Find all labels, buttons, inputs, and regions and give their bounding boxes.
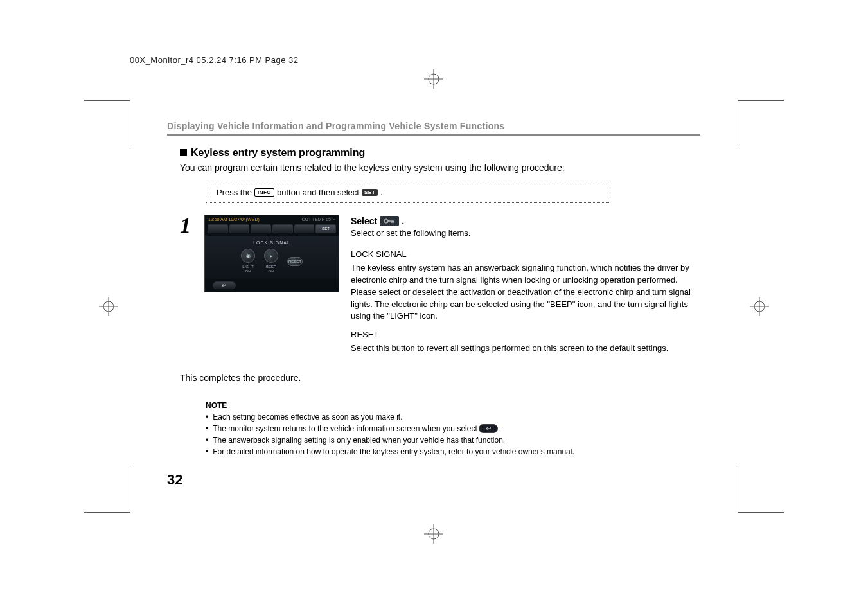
note-item: The answerback signaling setting is only… [206,436,700,445]
screen-tab-icon [294,224,315,233]
select-line: Select . [351,215,700,227]
info-button-icon: INFO [254,188,274,197]
beep-label: BEEPON [264,265,278,274]
instr-text: button and then select [277,188,359,197]
crop-mark [84,100,130,101]
screen-tab-set: SET [315,224,336,233]
section-header: Displaying Vehicle Information and Progr… [167,121,700,134]
sub-heading-text: Keyless entry system programming [191,147,365,158]
return-icon: ↩ [479,424,498,433]
page-content: Displaying Vehicle Information and Progr… [167,121,700,459]
note-text: . [499,424,501,433]
key-icon [380,216,399,226]
reset-title: RESET [351,329,700,341]
reset-control: RESET [287,257,303,266]
reset-body: Select this button to revert all setting… [351,342,700,355]
step-explanation: Select . Select or set the following ite… [351,215,700,355]
select-desc: Select or set the following items. [351,227,700,240]
light-label: LIGHTON [241,265,255,274]
set-button-icon: SET [362,189,378,196]
crop-mark [738,466,738,512]
screen-body-title: LOCK SIGNAL [209,240,335,245]
lock-signal-title: LOCK SIGNAL [351,249,700,261]
sub-heading: Keyless entry system programming [180,147,700,159]
crop-mark [738,100,784,101]
note-item: For detailed information on how to opera… [206,447,700,456]
screen-illustration: 12:50 AM 10/27/04(WED) OUT TEMP 65°F SET… [204,215,339,355]
crop-mark [738,100,738,146]
crop-mark [738,512,784,513]
page-number: 32 [167,472,182,488]
screen-time: 12:50 AM 10/27/04(WED) [208,217,260,222]
screen-tab-icon [229,224,250,233]
beep-control: ▸ BEEPON [264,249,278,274]
step-number: 1 [180,215,193,355]
select-label: Select [351,215,377,227]
registration-mark-icon [750,297,769,316]
print-header: 00X_Monitor_r4 05.2.24 7:16 PM Page 32 [130,55,299,65]
step-row: 1 12:50 AM 10/27/04(WED) OUT TEMP 65°F S… [180,215,700,355]
crop-mark [130,100,130,146]
screen-tab-icon [208,224,228,233]
beep-button-icon: ▸ [264,249,278,263]
back-button-icon: ↩ [213,281,236,289]
crop-mark [130,466,130,512]
registration-mark-icon [424,69,443,89]
note-heading: NOTE [206,401,700,410]
complete-text: This completes the procedure. [180,373,700,383]
intro-text: You can program certain items related to… [180,163,700,173]
screen-controls: ◉ LIGHTON ▸ BEEPON RESET [209,249,335,274]
instr-text: Press the [217,188,252,197]
screen-temp: OUT TEMP 65°F [301,217,335,222]
registration-mark-icon [424,524,443,544]
screen-frame: 12:50 AM 10/27/04(WED) OUT TEMP 65°F SET… [204,215,339,292]
registration-mark-icon [99,297,118,316]
note-block: NOTE Each setting becomes effective as s… [206,401,700,456]
screen-body: LOCK SIGNAL ◉ LIGHTON ▸ BEEPON RESET [205,236,339,279]
bullet-square-icon [180,149,187,156]
note-list: Each setting becomes effective as soon a… [206,413,700,456]
select-period: . [402,215,404,227]
screen-tab-icon [272,224,293,233]
screen-footer: ↩ [205,279,339,292]
light-control: ◉ LIGHTON [241,249,255,274]
instruction-box: Press the INFO button and then select SE… [206,182,610,203]
light-button-icon: ◉ [241,249,255,263]
note-item: The monitor system returns to the vehicl… [206,424,700,433]
screen-tab-icon [251,224,271,233]
lock-signal-body: The keyless entry system has an answerba… [351,262,700,323]
screen-tab-row: SET [205,223,339,236]
reset-button-icon: RESET [287,257,303,266]
section-rule [167,134,700,136]
note-text: The monitor system returns to the vehicl… [213,424,477,433]
note-item: Each setting becomes effective as soon a… [206,413,700,422]
instr-text: . [380,188,383,197]
crop-mark [84,512,130,513]
svg-point-12 [384,219,388,223]
screen-status-bar: 12:50 AM 10/27/04(WED) OUT TEMP 65°F [205,215,339,223]
